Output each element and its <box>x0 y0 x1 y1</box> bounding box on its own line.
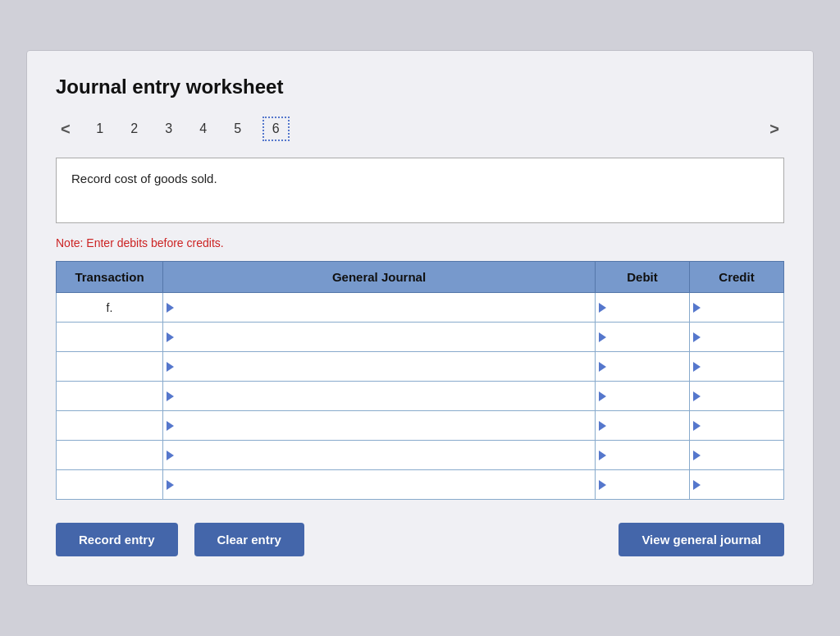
credit-cell-5[interactable] <box>690 411 784 441</box>
arrow-icon-1 <box>167 303 174 313</box>
page-3[interactable]: 3 <box>159 120 179 138</box>
arrow-icon-debit-3 <box>599 362 606 372</box>
page-5[interactable]: 5 <box>228 120 248 138</box>
transaction-cell-6 <box>57 441 163 470</box>
table-row <box>57 470 784 500</box>
page-6[interactable]: 6 <box>262 117 290 141</box>
debit-cell-7[interactable] <box>596 470 690 500</box>
table-row <box>57 352 784 382</box>
transaction-cell-4 <box>57 382 163 411</box>
journal-cell-4[interactable] <box>163 382 596 411</box>
journal-cell-6[interactable] <box>163 441 596 470</box>
next-arrow[interactable]: > <box>765 118 784 140</box>
arrow-icon-credit-5 <box>693 421 701 431</box>
header-debit: Debit <box>596 262 690 293</box>
debit-cell-4[interactable] <box>596 382 690 411</box>
page-2[interactable]: 2 <box>125 120 144 138</box>
arrow-icon-6 <box>167 451 174 460</box>
arrow-icon-debit-1 <box>599 303 606 313</box>
arrow-icon-4 <box>167 391 174 401</box>
credit-cell-2[interactable] <box>690 323 784 352</box>
description-text: Record cost of goods sold. <box>71 172 217 185</box>
arrow-icon-credit-6 <box>693 451 701 460</box>
debit-cell-1[interactable] <box>596 293 690 323</box>
table-row <box>57 411 784 441</box>
table-row <box>57 441 784 470</box>
journal-table: Transaction General Journal Debit Credit… <box>56 261 784 500</box>
debit-cell-6[interactable] <box>596 441 690 470</box>
prev-arrow[interactable]: < <box>56 118 75 140</box>
table-row <box>57 323 784 352</box>
transaction-cell-2 <box>57 323 163 352</box>
arrow-icon-debit-7 <box>599 480 606 490</box>
transaction-cell-7 <box>57 470 163 500</box>
transaction-cell-5 <box>57 411 163 441</box>
arrow-icon-debit-5 <box>599 421 606 431</box>
page-4[interactable]: 4 <box>194 120 213 138</box>
arrow-icon-credit-2 <box>693 332 701 342</box>
page-1[interactable]: 1 <box>90 120 110 138</box>
table-row: f. <box>57 293 784 323</box>
arrow-icon-7 <box>167 480 174 490</box>
debit-cell-5[interactable] <box>596 411 690 441</box>
debit-cell-3[interactable] <box>596 352 690 382</box>
arrow-icon-5 <box>167 421 174 431</box>
arrow-icon-2 <box>167 332 174 342</box>
description-box: Record cost of goods sold. <box>56 158 784 223</box>
journal-cell-1[interactable] <box>163 293 596 323</box>
header-transaction: Transaction <box>57 262 163 293</box>
debit-cell-2[interactable] <box>596 323 690 352</box>
arrow-icon-credit-3 <box>693 362 701 372</box>
journal-cell-7[interactable] <box>163 470 596 500</box>
record-entry-button[interactable]: Record entry <box>56 523 178 556</box>
arrow-icon-debit-6 <box>599 451 606 460</box>
arrow-icon-credit-4 <box>693 391 701 401</box>
credit-cell-1[interactable] <box>690 293 784 323</box>
credit-cell-4[interactable] <box>690 382 784 411</box>
note-text: Note: Enter debits before credits. <box>56 236 784 249</box>
credit-cell-3[interactable] <box>690 352 784 382</box>
header-journal: General Journal <box>163 262 596 293</box>
arrow-icon-debit-4 <box>599 391 606 401</box>
clear-entry-button[interactable]: Clear entry <box>194 523 304 556</box>
arrow-icon-credit-7 <box>693 480 701 490</box>
header-credit: Credit <box>690 262 784 293</box>
journal-cell-5[interactable] <box>163 411 596 441</box>
view-general-journal-button[interactable]: View general journal <box>619 523 784 556</box>
transaction-cell-3 <box>57 352 163 382</box>
arrow-icon-3 <box>167 362 174 372</box>
arrow-icon-credit-1 <box>693 303 701 313</box>
journal-cell-2[interactable] <box>163 323 596 352</box>
credit-cell-6[interactable] <box>690 441 784 470</box>
pagination: < 1 2 3 4 5 6 > <box>56 117 784 141</box>
main-container: Journal entry worksheet < 1 2 3 4 5 6 > … <box>26 50 814 586</box>
credit-cell-7[interactable] <box>690 470 784 500</box>
table-row <box>57 382 784 411</box>
buttons-row: Record entry Clear entry View general jo… <box>56 523 784 556</box>
arrow-icon-debit-2 <box>599 332 606 342</box>
journal-cell-3[interactable] <box>163 352 596 382</box>
page-title: Journal entry worksheet <box>56 75 784 98</box>
transaction-cell-1: f. <box>57 293 163 323</box>
